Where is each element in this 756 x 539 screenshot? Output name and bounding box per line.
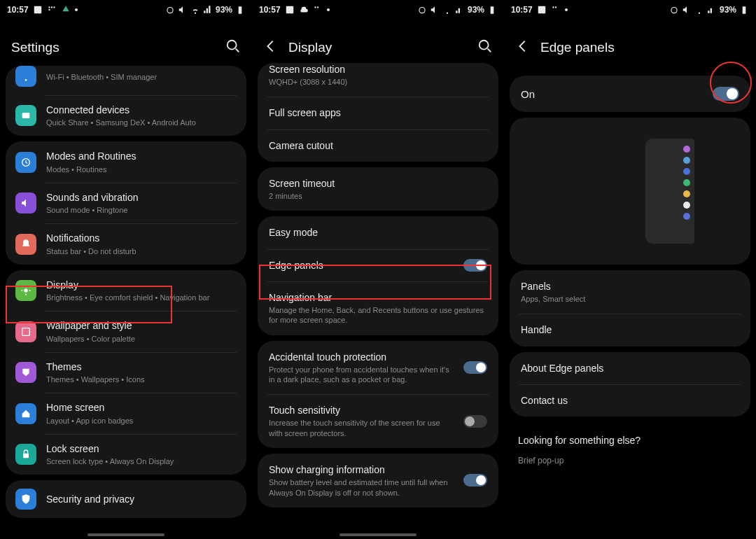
svg-point-7 bbox=[227, 41, 237, 50]
more-icon bbox=[327, 8, 330, 11]
nav-indicator[interactable] bbox=[88, 533, 164, 536]
battery-percent: 93% bbox=[216, 5, 232, 15]
display-card-res: Screen resolutionWQHD+ (3088 x 1440) Ful… bbox=[258, 63, 498, 162]
row-about[interactable]: About Edge panels bbox=[510, 352, 750, 384]
master-toggle-row[interactable]: On bbox=[510, 76, 750, 112]
clock: 10:57 bbox=[511, 5, 533, 15]
row-camera-cutout[interactable]: Camera cutout bbox=[258, 130, 498, 162]
row-touch-sensitivity[interactable]: Touch sensitivityIncrease the touch sens… bbox=[258, 394, 498, 448]
drive-icon bbox=[61, 5, 71, 15]
toggle-touch-sensitivity[interactable] bbox=[463, 415, 487, 428]
svg-rect-0 bbox=[34, 6, 41, 14]
row-edge-panels[interactable]: Edge panels bbox=[258, 249, 498, 281]
row-fullscreen-apps[interactable]: Full screen apps bbox=[258, 97, 498, 129]
toggle-accidental-touch[interactable] bbox=[463, 361, 487, 374]
cloud-icon bbox=[299, 5, 309, 15]
svg-point-10 bbox=[24, 289, 27, 293]
settings-card-connections: Wi-Fi • Bluetooth • SIM manager Connecte… bbox=[6, 66, 246, 136]
row-screen-timeout[interactable]: Screen timeout2 minutes bbox=[258, 167, 498, 211]
apps-icon bbox=[47, 5, 57, 15]
signal-icon bbox=[203, 5, 213, 15]
settings-card-display: DisplayBrightness • Eye comfort shield •… bbox=[6, 270, 246, 475]
settings-row-modes[interactable]: Modes and RoutinesModes • Routines bbox=[6, 141, 246, 182]
row-screen-resolution[interactable]: Screen resolutionWQHD+ (3088 x 1440) bbox=[258, 63, 498, 97]
apps-icon bbox=[551, 5, 561, 15]
routines-icon bbox=[15, 152, 36, 173]
row-sub: Wi-Fi • Bluetooth • SIM manager bbox=[46, 72, 237, 82]
sound-icon bbox=[15, 192, 36, 214]
row-contact[interactable]: Contact us bbox=[510, 384, 750, 416]
svg-point-18 bbox=[479, 41, 489, 50]
preview-dot bbox=[683, 146, 690, 153]
wifi-icon bbox=[442, 5, 452, 15]
toggle-charging-info[interactable] bbox=[463, 474, 487, 486]
row-charging-info[interactable]: Show charging informationShow battery le… bbox=[258, 454, 498, 507]
devices-icon bbox=[15, 105, 36, 126]
settings-row-homescreen[interactable]: Home screenLayout • App icon badges bbox=[6, 393, 246, 433]
home-icon bbox=[15, 403, 36, 424]
nav-indicator[interactable] bbox=[340, 533, 416, 536]
mute-icon bbox=[682, 5, 692, 15]
settings-row-connections[interactable]: Wi-Fi • Bluetooth • SIM manager bbox=[6, 66, 246, 95]
status-bar: 10:57 93% bbox=[0, 0, 252, 20]
svg-point-16 bbox=[419, 8, 425, 13]
gallery-icon bbox=[537, 5, 547, 15]
back-button[interactable] bbox=[263, 38, 279, 57]
settings-row-security[interactable]: Security and privacy bbox=[6, 480, 246, 518]
settings-row-lockscreen[interactable]: Lock screenScreen lock type • Always On … bbox=[6, 434, 246, 475]
battery-icon bbox=[235, 5, 245, 15]
signal-icon bbox=[455, 5, 465, 15]
mute-icon bbox=[430, 5, 440, 15]
row-easy-mode[interactable]: Easy mode bbox=[258, 216, 498, 248]
preview-dot bbox=[683, 213, 690, 220]
wifi-icon bbox=[15, 66, 36, 87]
search-button[interactable] bbox=[225, 38, 241, 57]
settings-row-connected-devices[interactable]: Connected devices Quick Share • Samsung … bbox=[6, 95, 246, 136]
screen-display: 10:57 93% Display Screen resolutionWQHD+… bbox=[252, 0, 504, 539]
row-navigation-bar[interactable]: Navigation barManage the Home, Back, and… bbox=[258, 281, 498, 335]
preview-dot bbox=[683, 168, 690, 175]
svg-point-20 bbox=[552, 6, 554, 8]
settings-row-notifications[interactable]: NotificationsStatus bar • Do not disturb bbox=[6, 223, 246, 264]
shield-icon bbox=[15, 489, 36, 510]
alarm-icon bbox=[669, 5, 679, 15]
on-label: On bbox=[521, 88, 535, 100]
edge-preview bbox=[510, 118, 750, 265]
settings-row-display[interactable]: DisplayBrightness • Eye comfort shield •… bbox=[6, 270, 246, 311]
status-bar: 10:57 93% bbox=[252, 0, 504, 20]
edge-card-about: About Edge panels Contact us bbox=[510, 352, 750, 416]
settings-row-themes[interactable]: ThemesThemes • Wallpapers • Icons bbox=[6, 352, 246, 393]
svg-rect-8 bbox=[22, 113, 30, 118]
battery-percent: 93% bbox=[468, 5, 484, 15]
svg-point-21 bbox=[555, 6, 556, 8]
more-icon bbox=[565, 8, 568, 11]
brief-popup-link[interactable]: Brief pop-up bbox=[518, 456, 742, 465]
svg-point-15 bbox=[317, 6, 318, 8]
looking-label: Looking for something else? bbox=[518, 435, 742, 446]
display-icon bbox=[15, 280, 36, 301]
battery-icon bbox=[487, 5, 497, 15]
search-button[interactable] bbox=[477, 38, 493, 57]
svg-point-1 bbox=[48, 6, 50, 8]
toggle-master[interactable] bbox=[713, 87, 739, 101]
settings-row-sounds[interactable]: Sounds and vibrationSound mode • Rington… bbox=[6, 183, 246, 223]
panel-mockup bbox=[645, 139, 694, 244]
row-title: Connected devices bbox=[46, 104, 237, 116]
clock: 10:57 bbox=[7, 5, 29, 15]
preview-dot bbox=[683, 202, 690, 209]
clock: 10:57 bbox=[259, 5, 281, 15]
themes-icon bbox=[15, 362, 36, 383]
svg-point-2 bbox=[51, 6, 52, 8]
row-accidental-touch[interactable]: Accidental touch protectionProtect your … bbox=[258, 341, 498, 395]
settings-card-modes: Modes and RoutinesModes • Routines Sound… bbox=[6, 141, 246, 264]
toggle-edge-panels[interactable] bbox=[463, 259, 487, 272]
back-button[interactable] bbox=[515, 38, 531, 57]
svg-rect-23 bbox=[743, 6, 746, 13]
alarm-icon bbox=[417, 5, 427, 15]
svg-rect-17 bbox=[491, 6, 494, 13]
row-panels[interactable]: PanelsApps, Smart select bbox=[510, 270, 750, 314]
display-card-touch: Accidental touch protectionProtect your … bbox=[258, 341, 498, 449]
svg-rect-19 bbox=[538, 6, 545, 14]
settings-row-wallpaper[interactable]: Wallpaper and styleWallpapers • Color pa… bbox=[6, 311, 246, 351]
row-handle[interactable]: Handle bbox=[510, 314, 750, 346]
